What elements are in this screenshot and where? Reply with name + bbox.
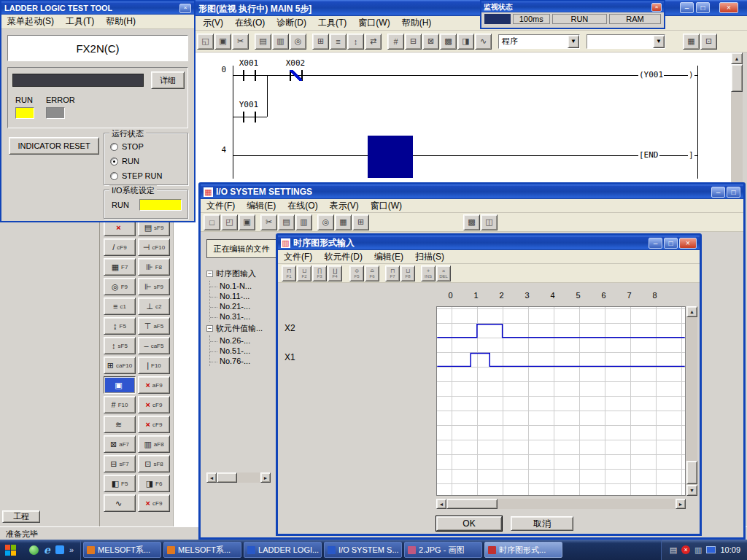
end-instruction[interactable]: [END — [638, 150, 659, 160]
signal-label[interactable]: X2 — [285, 323, 295, 333]
toolbar-button[interactable]: ▣ — [214, 34, 231, 50]
monitor-titlebar[interactable]: 监视状态 × — [481, 1, 664, 12]
menu-item[interactable]: 文件(F) — [201, 198, 241, 214]
taskbar-item[interactable]: I/O SYSTEM S... — [324, 542, 402, 558]
toolbar-button[interactable]: ◎ — [290, 34, 306, 50]
ladder-tool-button[interactable]: ▥ aF8 — [138, 435, 170, 453]
timing-titlebar[interactable]: ▥ 时序图形式输入 – □ × — [278, 236, 700, 250]
scroll-left-icon[interactable]: ◄ — [206, 472, 217, 483]
indicator-reset-button[interactable]: INDICATOR RESET — [9, 137, 99, 155]
menu-item[interactable]: 工具(T) — [60, 14, 100, 29]
toolbar-button[interactable]: ⊞ — [312, 34, 329, 50]
toolbar-button[interactable]: ◨ — [457, 34, 474, 50]
menu-item[interactable]: 诊断(D) — [271, 15, 312, 31]
maximize-button[interactable]: □ — [727, 187, 740, 198]
toolbar-button[interactable]: ⇄ — [365, 34, 382, 50]
menu-item[interactable]: 扫描(S) — [409, 249, 450, 265]
maximize-button[interactable]: □ — [664, 238, 678, 249]
timing-tool-button[interactable]: ∏ F3 — [312, 265, 327, 281]
toolbar-button[interactable]: ▦ — [683, 34, 700, 50]
alert-tray-icon[interactable]: × — [681, 545, 690, 554]
collapse-icon[interactable]: − — [206, 325, 213, 332]
ok-button[interactable]: OK — [436, 516, 502, 531]
tree-hscrollbar[interactable]: ◄ ► — [206, 472, 271, 483]
scroll-right-icon[interactable]: ► — [260, 472, 271, 483]
contact-label[interactable]: Y001 — [236, 100, 262, 109]
toolbar-button[interactable]: ▩ — [463, 214, 480, 230]
minimize-button[interactable]: – — [649, 238, 662, 249]
timing-tool-button[interactable]: ∐ F4 — [328, 265, 342, 281]
menu-item[interactable]: 在线(O) — [229, 15, 271, 31]
cancel-button[interactable]: 取消 — [511, 516, 573, 531]
scroll-thumb[interactable] — [686, 461, 697, 484]
volume-icon[interactable]: ▥ — [694, 545, 702, 555]
radio-step-run[interactable]: STEP RUN — [110, 171, 162, 180]
timing-tool-button[interactable]: ⊓ F1 — [282, 265, 296, 281]
detail-button[interactable]: 详细 — [151, 71, 185, 89]
ladder-tool-button[interactable]: ⊩ sF9 — [138, 278, 170, 295]
secondary-select[interactable]: ▼ — [587, 34, 665, 49]
ladder-tool-button[interactable]: ≋ — [104, 416, 136, 433]
tree-group[interactable]: − 时序图输入 — [206, 268, 287, 279]
contact-label[interactable]: X001 — [236, 58, 262, 68]
ladder-tool-button[interactable]: ⊟ sF7 — [104, 455, 136, 472]
taskbar-item[interactable]: MELSOFT系... — [83, 542, 161, 558]
timing-tool-button[interactable]: × DEL — [436, 265, 451, 281]
quicklaunch-app-icon[interactable] — [55, 545, 64, 554]
project-tab[interactable]: 工程 — [2, 510, 40, 523]
close-button[interactable]: × — [679, 238, 697, 249]
tree-group[interactable]: − 软元件值输... — [206, 323, 287, 334]
test-tool-titlebar[interactable]: LADDER LOGIC TEST TOOL × — [1, 1, 194, 15]
taskbar-item[interactable]: MELSOFT系... — [163, 542, 241, 558]
output-coil[interactable]: (Y001 — [638, 70, 664, 79]
toolbar-button[interactable]: ▣ — [239, 214, 255, 230]
taskbar-item[interactable]: 2.JPG - 画图 — [404, 542, 482, 558]
toolbar-button[interactable]: ▤ — [255, 34, 271, 50]
menu-item[interactable]: 菜单起动(S) — [1, 14, 60, 29]
contact-label[interactable]: X002 — [282, 58, 309, 68]
radio-stop[interactable]: STOP — [110, 142, 144, 151]
ladder-tool-button[interactable]: ▦ F7 — [104, 258, 136, 276]
collapse-icon[interactable]: − — [206, 271, 213, 277]
scroll-down-icon[interactable]: ▼ — [686, 485, 697, 496]
ladder-tool-button[interactable]: ◨ F6 — [138, 475, 170, 492]
timing-tool-button[interactable]: ≎ F5 — [349, 265, 364, 281]
ladder-tool-button[interactable]: – caF5 — [138, 337, 170, 354]
menu-item[interactable]: 窗口(W) — [365, 198, 408, 214]
menu-item[interactable]: 帮助(H) — [100, 14, 142, 29]
ladder-tool-button[interactable]: × aF9 — [138, 376, 170, 394]
toolbar-button[interactable]: ▥ — [295, 214, 312, 230]
timing-chart-grid[interactable] — [436, 306, 686, 496]
ladder-tool-button[interactable]: ▣ — [104, 376, 136, 394]
chevron-down-icon[interactable]: ▼ — [568, 35, 579, 48]
ladder-tool-button[interactable]: ◧ F5 — [104, 475, 136, 492]
menu-item[interactable]: 编辑(E) — [241, 198, 282, 214]
ime-icon[interactable]: ▤ — [670, 545, 677, 555]
toolbar-button[interactable]: □ — [204, 214, 220, 230]
chart-vscrollbar[interactable]: ▲ ▼ — [686, 306, 697, 496]
scroll-up-icon[interactable]: ▲ — [686, 306, 697, 317]
menu-item[interactable]: 文件(F) — [278, 249, 318, 265]
close-button[interactable]: × — [651, 3, 662, 12]
ladder-tool-button[interactable]: ◎ F9 — [104, 278, 136, 295]
edit-cursor-cell[interactable] — [368, 136, 413, 178]
timing-tool-button[interactable]: ⊔ F2 — [297, 265, 311, 281]
network-monitor-icon[interactable] — [706, 546, 716, 553]
chart-hscrollbar[interactable]: ◄ ► — [436, 499, 686, 509]
scroll-thumb[interactable] — [731, 64, 743, 92]
menu-item[interactable]: 在线(O) — [282, 198, 323, 214]
toolbar-button[interactable]: ▥ — [272, 34, 289, 50]
ladder-tool-button[interactable]: ⊞ caF10 — [104, 357, 136, 374]
ladder-tool-button[interactable]: | F10 — [138, 357, 170, 374]
taskbar-item-active[interactable]: 时序图形式... — [484, 542, 562, 558]
menu-item[interactable]: 帮助(H) — [396, 15, 438, 31]
close-button[interactable]: × — [719, 2, 738, 13]
toolbar-button[interactable]: ⊞ — [352, 214, 369, 230]
toolbar-button[interactable]: ≡ — [330, 34, 347, 50]
menu-item[interactable]: 窗口(W) — [352, 15, 395, 31]
ladder-tool-button[interactable]: # F10 — [104, 396, 136, 413]
toolbar-button[interactable]: # — [387, 34, 404, 50]
ladder-tool-button[interactable]: × cF9 — [138, 396, 170, 413]
ladder-tool-button[interactable]: × cF9 — [138, 494, 170, 512]
menu-item[interactable]: 工具(T) — [312, 15, 352, 31]
